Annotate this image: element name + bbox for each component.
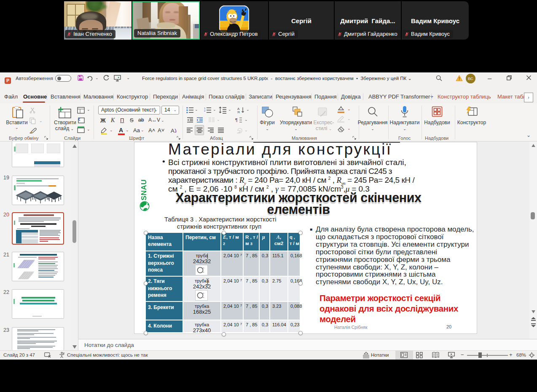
svg-text:Я: Я — [237, 110, 240, 114]
svg-text:A: A — [171, 128, 175, 134]
svg-text:¶: ¶ — [235, 117, 238, 123]
svg-text:2: 2 — [204, 109, 206, 112]
svg-text:P: P — [6, 78, 9, 83]
